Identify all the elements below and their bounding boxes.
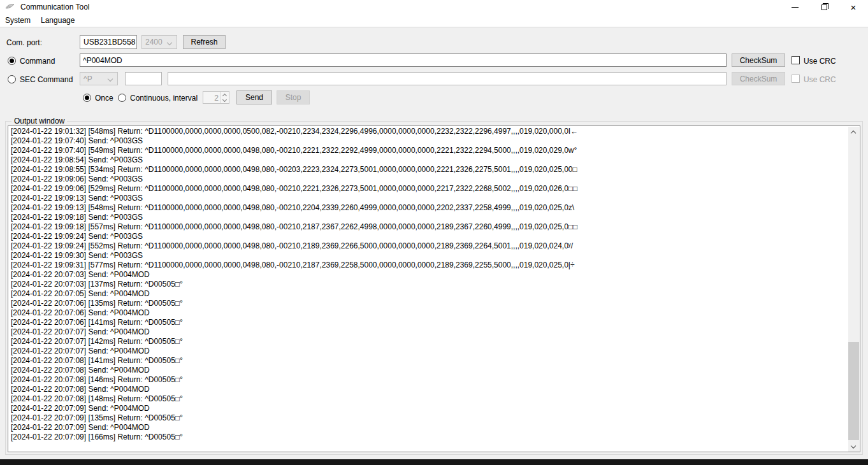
send-button[interactable]: Send xyxy=(236,90,272,104)
log-line: [2024-01-22 19:09:30] Send: ^P003GS xyxy=(11,251,847,261)
log-line: [2024-01-22 19:09:24] [552ms] Return: ^D… xyxy=(11,241,847,251)
log-line: [2024-01-22 20:07:06] [141ms] Return: ^D… xyxy=(11,318,847,327)
command-radio-label: Command xyxy=(20,57,55,66)
stop-button: Stop xyxy=(277,90,310,104)
log-line: [2024-01-22 19:09:13] Send: ^P003GS xyxy=(11,194,847,203)
log-line: [2024-01-22 20:07:07] Send: ^P004MOD xyxy=(11,347,847,356)
log-line: [2024-01-22 19:09:24] Send: ^P003GS xyxy=(11,232,847,241)
use-crc-label: Use CRC xyxy=(804,57,836,66)
chevron-down-icon xyxy=(851,443,856,448)
command-radio[interactable] xyxy=(8,57,16,65)
continuous-label: Continuous, interval xyxy=(130,94,198,103)
menu-item-system[interactable]: System xyxy=(0,14,36,27)
interval-value: 2 xyxy=(214,94,219,103)
baud-rate-value: 2400 xyxy=(145,38,163,46)
output-log[interactable]: [2024-01-22 19:01:32] [548ms] Return: ^D… xyxy=(8,125,860,452)
sec-command-input[interactable] xyxy=(168,72,727,85)
log-line: [2024-01-22 20:07:08] Send: ^P004MOD xyxy=(11,385,847,394)
chevron-down-icon xyxy=(108,76,113,82)
app-icon xyxy=(5,3,15,11)
log-line: [2024-01-22 20:07:08] Send: ^P004MOD xyxy=(11,366,847,375)
menu-bar: System Language xyxy=(0,14,868,27)
log-line: [2024-01-22 19:09:06] [529ms] Return: ^D… xyxy=(11,184,847,194)
window-title: Communication Tool xyxy=(20,3,90,11)
log-line: [2024-01-22 20:07:07] [142ms] Return: ^D… xyxy=(11,337,847,347)
vertical-scrollbar[interactable] xyxy=(848,127,859,452)
log-line: [2024-01-22 20:07:05] Send: ^P004MOD xyxy=(11,289,847,299)
log-line: [2024-01-22 20:07:03] Send: ^P004MOD xyxy=(11,270,847,280)
sec-command-radio[interactable] xyxy=(8,75,16,83)
log-line: [2024-01-22 20:07:08] [141ms] Return: ^D… xyxy=(11,356,847,366)
log-line: [2024-01-22 19:09:18] [557ms] Return: ^D… xyxy=(11,222,847,232)
log-line: [2024-01-22 19:01:32] [548ms] Return: ^D… xyxy=(11,127,847,136)
log-line: [2024-01-22 19:09:18] Send: ^P003GS xyxy=(11,213,847,222)
minimize-button[interactable] xyxy=(780,0,809,14)
log-line: [2024-01-22 20:07:09] Send: ^P004MOD xyxy=(11,404,847,413)
log-line: [2024-01-22 20:07:07] Send: ^P004MOD xyxy=(11,327,847,337)
scrollbar-thumb[interactable] xyxy=(848,342,859,440)
log-line: [2024-01-22 19:08:55] [534ms] Return: ^D… xyxy=(11,165,847,175)
close-icon: × xyxy=(851,3,857,12)
sec-use-crc-label: Use CRC xyxy=(804,75,836,84)
once-label: Once xyxy=(95,94,113,103)
once-radio[interactable] xyxy=(83,94,91,102)
baud-rate-select: 2400 xyxy=(141,35,177,49)
sec-prefix-select: ^P xyxy=(80,72,118,85)
spinner-down-icon xyxy=(222,97,227,102)
com-port-select[interactable]: USB231BD558 xyxy=(80,35,137,49)
log-line: [2024-01-22 20:07:09] [135ms] Return: ^D… xyxy=(11,413,847,423)
spinner-buttons xyxy=(221,92,229,103)
checksum-button[interactable]: CheckSum xyxy=(732,54,785,67)
title-bar: Communication Tool × xyxy=(0,0,868,14)
output-group-label: Output window xyxy=(11,117,67,125)
log-line: [2024-01-22 19:09:13] [548ms] Return: ^D… xyxy=(11,203,847,213)
app-window: Communication Tool × System Language Com… xyxy=(0,0,868,465)
command-input[interactable] xyxy=(80,54,727,67)
continuous-radio[interactable] xyxy=(118,94,126,102)
sec-id-input[interactable] xyxy=(125,72,162,85)
sec-prefix-value: ^P xyxy=(83,75,92,83)
log-line: [2024-01-22 19:07:40] [549ms] Return: ^D… xyxy=(11,146,847,155)
log-line: [2024-01-22 20:07:08] [146ms] Return: ^D… xyxy=(11,375,847,385)
log-line: [2024-01-22 19:09:06] Send: ^P003GS xyxy=(11,175,847,184)
log-line: [2024-01-22 20:07:06] [135ms] Return: ^D… xyxy=(11,299,847,308)
chevron-up-icon xyxy=(851,131,856,136)
log-line: [2024-01-22 19:08:54] Send: ^P003GS xyxy=(11,155,847,165)
minimize-icon xyxy=(792,7,799,8)
use-crc-checkbox[interactable] xyxy=(792,56,800,64)
sec-use-crc-checkbox xyxy=(792,75,800,83)
restore-icon xyxy=(821,4,827,10)
log-line: [2024-01-22 20:07:03] [137ms] Return: ^D… xyxy=(11,280,847,289)
close-button[interactable]: × xyxy=(839,0,868,14)
log-line: [2024-01-22 19:09:31] [577ms] Return: ^D… xyxy=(11,261,847,270)
scroll-down-button[interactable] xyxy=(848,441,859,452)
log-line: [2024-01-22 20:07:09] [166ms] Return: ^D… xyxy=(11,433,847,442)
scroll-up-button[interactable] xyxy=(848,127,859,138)
log-line: [2024-01-22 20:07:06] Send: ^P004MOD xyxy=(11,308,847,318)
log-line: [2024-01-22 20:07:09] Send: ^P004MOD xyxy=(11,423,847,433)
sec-checksum-button: CheckSum xyxy=(732,72,785,85)
chevron-down-icon xyxy=(167,40,172,45)
menu-item-language[interactable]: Language xyxy=(36,14,80,27)
sec-command-radio-label: SEC Command xyxy=(20,75,73,84)
maximize-button[interactable] xyxy=(809,0,839,14)
taskbar xyxy=(0,459,868,465)
log-line: [2024-01-22 19:07:40] Send: ^P003GS xyxy=(11,136,847,146)
refresh-button[interactable]: Refresh xyxy=(183,35,226,49)
log-line: [2024-01-22 20:07:08] [148ms] Return: ^D… xyxy=(11,394,847,404)
interval-spinner: 2 xyxy=(203,91,229,104)
log-lines: [2024-01-22 19:01:32] [548ms] Return: ^D… xyxy=(11,127,847,451)
com-port-label: Com. port: xyxy=(6,38,42,47)
